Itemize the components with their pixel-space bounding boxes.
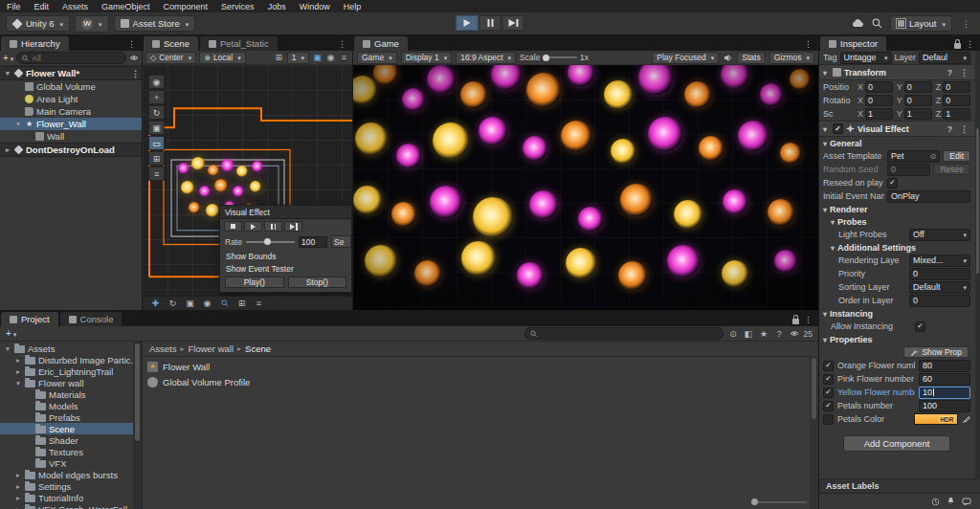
transform-value-field[interactable]: 0: [865, 81, 893, 93]
cloud-icon[interactable]: [851, 19, 864, 28]
transform-value-field[interactable]: 0: [904, 81, 932, 93]
notification-bell-icon[interactable]: [947, 497, 955, 506]
file-item[interactable]: Global Volume Profile: [147, 375, 813, 388]
project-search[interactable]: [524, 327, 724, 340]
property-override-checkbox[interactable]: ✓: [823, 374, 834, 385]
reseed-on-play-checkbox[interactable]: ✓: [887, 178, 898, 188]
component-menu-icon[interactable]: ⋮: [958, 68, 970, 77]
aspect-dropdown[interactable]: 16:9 Aspect: [456, 52, 516, 64]
scrollbar-thumb[interactable]: [135, 343, 140, 441]
orbit-overlay-icon[interactable]: ◉: [202, 299, 212, 309]
light-probes-dropdown[interactable]: Off: [909, 229, 970, 241]
menu-item-window[interactable]: Window: [293, 2, 337, 11]
project-folder-item[interactable]: Prefabs: [0, 411, 142, 423]
create-asset-button[interactable]: +: [6, 328, 16, 339]
help-icon[interactable]: ?: [945, 123, 955, 134]
stats-button[interactable]: Stats: [737, 52, 765, 64]
breadcrumb-item[interactable]: Assets: [149, 343, 177, 354]
rate-value-field[interactable]: 100: [299, 236, 327, 248]
transform-value-field[interactable]: 0: [943, 81, 970, 93]
inspector-scrollbar[interactable]: [975, 51, 980, 480]
project-folder-item[interactable]: Models: [0, 400, 142, 411]
tree-scrollbar[interactable]: [133, 342, 142, 509]
section-probes[interactable]: Probes: [837, 217, 867, 227]
project-folder-item[interactable]: ▸ TutorialInfo: [0, 492, 142, 503]
set-button[interactable]: Se: [331, 235, 351, 248]
section-renderer[interactable]: Renderer: [830, 205, 868, 214]
property-override-checkbox[interactable]: [823, 414, 834, 425]
tab-scene[interactable]: Scene: [144, 36, 198, 51]
project-folder-item[interactable]: ▸ VFX Graph_WaterFall: [0, 503, 142, 509]
files-scrollbar[interactable]: [810, 356, 818, 509]
lock-icon[interactable]: [954, 43, 961, 49]
scale-tool-button[interactable]: ▣: [148, 121, 165, 135]
play-button[interactable]: [457, 15, 479, 31]
slider-knob[interactable]: [751, 498, 758, 505]
scene-camera-settings-icon[interactable]: ≡: [339, 53, 349, 63]
color-swatch[interactable]: HDR: [914, 413, 958, 425]
vfx-play-event-button[interactable]: Play(): [225, 277, 284, 288]
asset-store-menu[interactable]: Asset Store: [114, 15, 196, 32]
panel-menu-icon[interactable]: ⋮: [802, 39, 814, 49]
show-event-tester-toggle[interactable]: Show Event Tester: [220, 262, 351, 275]
game-mode-dropdown[interactable]: Game: [357, 52, 397, 64]
project-search-input[interactable]: [540, 329, 717, 339]
menu-item-assets[interactable]: Assets: [56, 2, 95, 11]
transform-value-field[interactable]: 1: [943, 108, 970, 120]
property-override-checkbox[interactable]: ✓: [823, 361, 834, 371]
initial-event-field[interactable]: OnPlay: [887, 190, 970, 203]
toolbar-menu-icon[interactable]: ⋮: [960, 19, 972, 29]
hidden-packages-icon[interactable]: [790, 330, 799, 337]
eyedropper-icon[interactable]: [962, 415, 970, 424]
property-override-checkbox[interactable]: ✓: [823, 387, 834, 398]
create-object-button[interactable]: +: [3, 53, 13, 63]
snap-settings-icon[interactable]: ◉: [325, 53, 336, 63]
pivot-mode-dropdown[interactable]: ◇Center: [145, 52, 196, 64]
vfx-play-button[interactable]: [244, 221, 262, 232]
step-button[interactable]: [502, 15, 524, 31]
favorites-icon[interactable]: ★: [759, 328, 769, 339]
help-icon[interactable]: ?: [945, 67, 955, 77]
add-component-button[interactable]: Add Component: [843, 435, 950, 452]
foldout-icon[interactable]: ▸: [14, 482, 22, 491]
section-instancing[interactable]: Instancing: [830, 309, 873, 319]
panel-menu-icon[interactable]: ⋮: [336, 39, 348, 49]
vfx-stop-event-button[interactable]: Stop(): [288, 277, 347, 288]
foldout-icon[interactable]: ▾: [14, 120, 22, 128]
foldout-icon[interactable]: ▸: [14, 505, 22, 509]
transform-value-field[interactable]: 1: [904, 108, 932, 120]
panel-menu-icon[interactable]: ⋮: [125, 39, 138, 49]
object-picker-icon[interactable]: ⊙: [930, 152, 937, 161]
handle-rotation-dropdown[interactable]: ⊕Local: [199, 52, 246, 64]
hierarchy-search-input[interactable]: [33, 54, 121, 63]
foldout-icon[interactable]: [823, 335, 830, 344]
tab-project[interactable]: Project: [1, 312, 58, 326]
play-focused-dropdown[interactable]: Play Focused: [652, 52, 719, 64]
grid-visibility-icon[interactable]: ⊞: [274, 53, 284, 63]
scene-visibility-icon[interactable]: [129, 55, 139, 61]
layer-dropdown[interactable]: Defaul: [919, 52, 970, 64]
property-value-field[interactable]: 80: [919, 360, 970, 372]
panel-menu-icon[interactable]: ⋮: [964, 39, 976, 49]
foldout-icon[interactable]: ▸: [14, 494, 22, 502]
show-bounds-toggle[interactable]: Show Bounds: [220, 250, 351, 262]
foldout-icon[interactable]: ▸: [14, 367, 22, 376]
tab-hierarchy[interactable]: Hierarchy: [1, 36, 69, 51]
pause-button[interactable]: [479, 15, 501, 31]
asset-labels-header[interactable]: Asset Labels: [819, 478, 980, 493]
foldout-icon[interactable]: [831, 217, 837, 227]
foldout-icon[interactable]: [823, 205, 830, 214]
section-properties[interactable]: Properties: [830, 335, 873, 344]
foldout-icon[interactable]: ▾: [14, 379, 22, 387]
tab-game[interactable]: Game: [354, 36, 408, 51]
project-folder-item[interactable]: ▸ Settings: [0, 480, 142, 492]
vfx-stop-button[interactable]: [224, 221, 242, 232]
foldout-icon[interactable]: ▸: [14, 356, 22, 365]
hierarchy-search[interactable]: [16, 52, 126, 64]
scale-overlay-icon[interactable]: ▣: [185, 299, 195, 309]
scene-options-icon[interactable]: ⋮: [129, 69, 142, 78]
property-value-field[interactable]: 60: [919, 373, 970, 386]
breadcrumb-item[interactable]: Scene: [245, 343, 271, 354]
asset-template-field[interactable]: Pet⊙: [887, 150, 940, 163]
file-item[interactable]: Flower Wall: [147, 360, 813, 373]
